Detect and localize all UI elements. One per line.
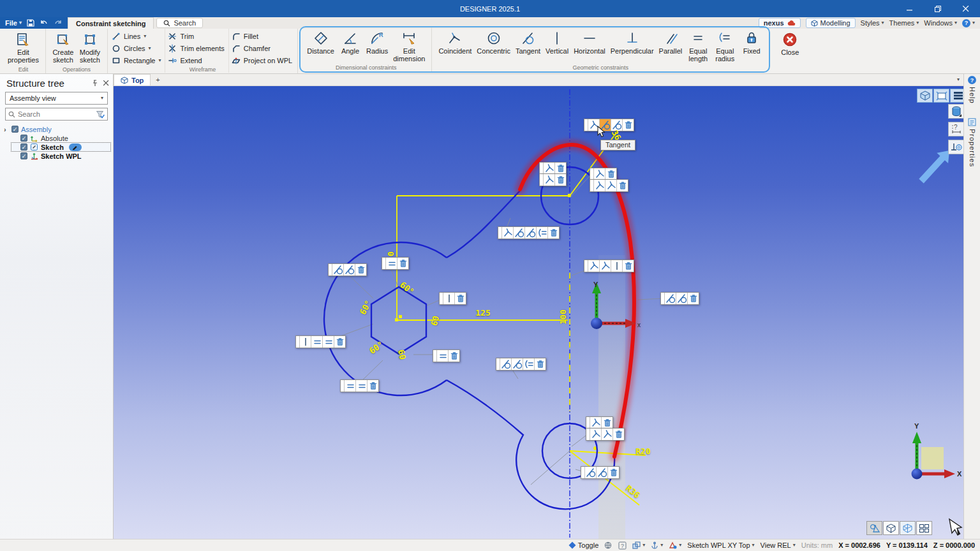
fillet-button[interactable]: Fillet (232, 31, 292, 41)
delete-constraint-button[interactable] (334, 336, 345, 348)
lines-button[interactable]: Lines▾ (112, 31, 161, 41)
solid-view-button[interactable] (883, 521, 899, 535)
coincident-constraint-icon[interactable] (590, 417, 601, 429)
sketch-profile[interactable] (324, 167, 614, 509)
vertical-constraint-icon[interactable] (611, 260, 622, 272)
equal-radius-button[interactable]: Equal radius (711, 29, 738, 63)
dimension-label[interactable]: R20 (635, 446, 650, 456)
filter-icon[interactable] (96, 110, 105, 119)
radius-button[interactable]: RRadius (364, 29, 390, 63)
tangent-constraint-icon[interactable] (596, 467, 607, 478)
delete-constraint-button[interactable] (547, 227, 559, 239)
coincident-constraint-icon[interactable] (501, 227, 513, 239)
isometric-view-button[interactable] (917, 89, 933, 103)
tangent-constraint-icon[interactable] (513, 227, 524, 239)
dimension-label[interactable]: 125 (475, 308, 490, 318)
concentric-button[interactable]: Concentric (474, 29, 513, 63)
delete-constraint-button[interactable] (367, 380, 378, 392)
equal-constraint-icon[interactable] (344, 380, 355, 392)
expander-icon[interactable]: › (4, 126, 9, 133)
vertical-constraint-icon[interactable] (443, 293, 454, 304)
properties-panel-tab[interactable]: Properties (969, 129, 976, 167)
doc-tab-top[interactable]: Top (114, 74, 151, 85)
project-wpl-button[interactable]: Project on WPL (232, 55, 292, 65)
delete-constraint-button[interactable] (448, 350, 459, 362)
coincident-constraint-icon[interactable] (590, 429, 601, 440)
tab-overflow-chevron[interactable]: ▾ (957, 74, 963, 85)
minimize-button[interactable] (896, 0, 924, 17)
delete-constraint-button[interactable] (554, 163, 566, 174)
tangent-button[interactable]: Tangent (513, 29, 543, 63)
restore-button[interactable] (924, 0, 952, 17)
chamfer-button[interactable]: Chamfer (232, 43, 292, 53)
world-icon[interactable] (604, 541, 612, 550)
coincident-constraint-icon[interactable] (543, 174, 554, 186)
delete-constraint-button[interactable] (607, 467, 619, 478)
tangent-constraint-icon[interactable] (676, 293, 687, 304)
visibility-checkbox[interactable]: ✓ (20, 143, 27, 151)
delete-constraint-button[interactable] (397, 258, 408, 269)
tree-search-input[interactable] (18, 110, 93, 118)
modelling-button[interactable]: Modelling (806, 18, 856, 28)
wpl-settings-icon[interactable]: ▾ (669, 541, 681, 549)
multi-view-button[interactable] (916, 521, 932, 535)
trim-elements-button[interactable]: Trim elements (168, 43, 224, 53)
menu-themes[interactable]: Themes▾ (889, 19, 919, 27)
coincident-constraint-icon[interactable] (593, 180, 605, 191)
delete-constraint-button[interactable] (622, 119, 634, 131)
coincident-constraint-icon[interactable] (543, 163, 554, 174)
trim-button[interactable]: Trim (168, 31, 224, 41)
delete-constraint-button[interactable] (454, 293, 466, 304)
fit-view-button[interactable] (933, 89, 949, 103)
coincident-constraint-icon[interactable] (599, 260, 611, 272)
help-panel-tab[interactable]: Help (969, 87, 976, 104)
delete-constraint-button[interactable] (601, 417, 612, 429)
delete-constraint-button[interactable] (616, 180, 628, 191)
modify-sketch-button[interactable]: Modify sketch (77, 31, 103, 64)
file-menu-button[interactable]: File▾ (5, 19, 22, 27)
pin-icon[interactable] (92, 80, 98, 87)
tangent-constraint-icon[interactable] (524, 227, 536, 239)
fixed-button[interactable]: Fixed (738, 29, 765, 63)
edit-dimension-button[interactable]: Edit dimension (390, 29, 427, 63)
horizontal-button[interactable]: Horizontal (571, 29, 608, 63)
tab-search[interactable]: Search (156, 18, 203, 28)
vertical-constraint-icon[interactable] (299, 336, 311, 348)
quick-help-icon[interactable]: ? (618, 541, 627, 550)
vertical-button[interactable]: Vertical (543, 29, 571, 63)
sketch-viewport[interactable]: Y x Y X (114, 86, 963, 539)
cylinder-view-button[interactable] (948, 104, 963, 119)
angle-button[interactable]: Angle (337, 29, 364, 63)
equal-constraint-icon[interactable] (385, 258, 397, 269)
circles-button[interactable]: Circles▾ (112, 43, 161, 53)
active-plane-selector[interactable]: Sketch WPL XY Top▾ (687, 541, 754, 549)
new-tab-button[interactable]: + (151, 74, 165, 85)
equal-constraint-icon[interactable] (311, 336, 322, 348)
parallel-button[interactable]: Parallel (657, 29, 685, 63)
close-window-button[interactable] (952, 0, 980, 17)
dimension-label[interactable]: 100 (558, 309, 568, 324)
tree-item-sketch-wpl[interactable]: ✓Sketch WPL (11, 152, 110, 160)
measure-help-button[interactable]: ? (948, 122, 963, 136)
help-menu[interactable]: ?▾ (962, 19, 975, 27)
delete-constraint-button[interactable] (355, 264, 366, 276)
toggle-button[interactable]: Toggle (568, 541, 598, 549)
equal-length-button[interactable]: Equal length (685, 29, 711, 63)
coincident-button[interactable]: Coincident (436, 29, 474, 63)
delete-constraint-button[interactable] (605, 168, 616, 180)
redo-icon[interactable] (54, 20, 63, 27)
tangent-constraint-icon[interactable] (500, 358, 511, 370)
delete-constraint-button[interactable] (612, 429, 624, 440)
coincident-constraint-icon[interactable] (601, 429, 612, 440)
tab-constraint-sketching[interactable]: Constraint sketching (68, 17, 154, 29)
tree-item-sketch[interactable]: ✓Sketch (11, 143, 110, 151)
equalradius-constraint-icon[interactable] (536, 227, 547, 239)
view-rel-selector[interactable]: View REL▾ (761, 541, 796, 549)
delete-constraint-button[interactable] (554, 174, 566, 186)
visibility-checkbox[interactable]: ✓ (20, 135, 27, 142)
equal-constraint-icon[interactable] (436, 350, 448, 362)
create-sketch-button[interactable]: Create sketch (50, 31, 77, 64)
extend-button[interactable]: Extend (168, 55, 224, 65)
dimension-label[interactable]: 0 (386, 251, 396, 256)
sketch-mode-button[interactable] (866, 521, 882, 535)
